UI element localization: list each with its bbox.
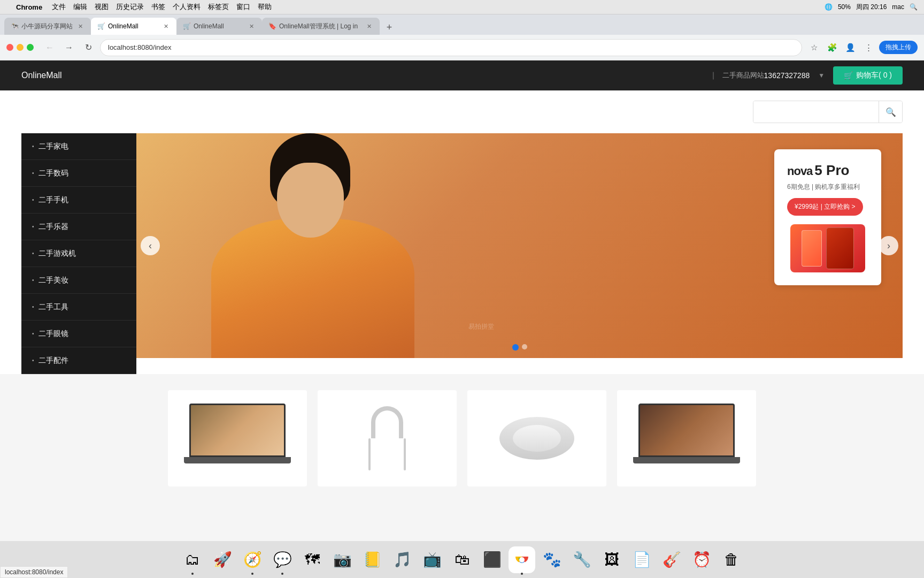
dock-appstore[interactable]: 🛍 — [449, 546, 475, 573]
product-subtitle: 6期免息 | 购机享多重福利 — [787, 182, 868, 192]
status-url: localhost:8080/index — [5, 568, 63, 576]
sidebar-dot-1: • — [32, 143, 34, 149]
tab-2[interactable]: 🛒 OnlineMall ✕ — [91, 18, 176, 35]
dock-trash[interactable]: 🗑 — [718, 546, 745, 573]
menu-view[interactable]: 视图 — [95, 2, 109, 12]
sidebar-item-glasses[interactable]: • 二手眼镜 — [21, 321, 136, 347]
forward-button[interactable]: → — [61, 40, 76, 55]
dock-clock[interactable]: ⏰ — [688, 546, 715, 573]
nova-logo: nova — [787, 164, 812, 178]
dock-finder[interactable]: 🗂 — [179, 546, 206, 573]
menu-edit[interactable]: 编辑 — [73, 2, 87, 12]
sidebar-dot-6: • — [32, 277, 34, 283]
sidebar-item-tools[interactable]: • 二手工具 — [21, 294, 136, 321]
sidebar-label-tools: 二手工具 — [38, 302, 68, 312]
tab-3-close[interactable]: ✕ — [247, 22, 256, 31]
bookmark-icon[interactable]: ☆ — [806, 40, 821, 55]
maximize-window-btn[interactable] — [27, 44, 34, 51]
laptop-base-2 — [633, 457, 740, 463]
address-bar: ← → ↻ localhost:8080/index ☆ 🧩 👤 ⋮ 拖拽上传 — [0, 35, 924, 60]
dock-chrome[interactable] — [509, 546, 535, 573]
refresh-button[interactable]: ↻ — [81, 40, 96, 55]
dock-messages[interactable]: 💬 — [269, 546, 296, 573]
new-tab-button[interactable]: + — [382, 20, 397, 35]
profile-icon[interactable]: 👤 — [843, 40, 858, 55]
menu-bookmarks[interactable]: 书签 — [151, 2, 165, 12]
jacket-shape — [211, 219, 414, 358]
carousel-prev-button[interactable]: ‹ — [141, 236, 160, 255]
sidebar-item-home-appliances[interactable]: • 二手家电 — [21, 133, 136, 160]
buy-button[interactable]: ¥2999起 | 立即抢购 > — [787, 198, 863, 216]
tab-2-close[interactable]: ✕ — [161, 22, 170, 31]
menu-icon[interactable]: ⋮ — [861, 40, 876, 55]
tab-1-close[interactable]: ✕ — [76, 22, 84, 31]
sidebar-dot-4: • — [32, 224, 34, 230]
menu-file[interactable]: 文件 — [52, 2, 66, 12]
menu-profile[interactable]: 个人资料 — [173, 2, 201, 12]
dock-itunes[interactable]: 🎵 — [389, 546, 415, 573]
dock-baidu[interactable]: 🐾 — [538, 546, 565, 573]
dock-preview[interactable]: 🖼 — [598, 546, 625, 573]
tab-1-title: 小牛源码分享网站 — [21, 22, 73, 31]
carousel-dot-2[interactable] — [522, 344, 527, 349]
search-box: 🔍 — [753, 101, 903, 123]
menu-history[interactable]: 历史记录 — [116, 2, 144, 12]
sidebar-item-games[interactable]: • 二手游戏机 — [21, 240, 136, 267]
product-card: nova 5 Pro 6期免息 | 购机享多重福利 ¥2999起 | 立即抢购 … — [774, 149, 881, 285]
search-row: 🔍 — [0, 90, 924, 133]
extensions-icon[interactable]: 🧩 — [825, 40, 840, 55]
sidebar-item-accessories[interactable]: • 二手配件 — [21, 347, 136, 374]
search-icon[interactable]: 🔍 — [910, 3, 918, 11]
dock-safari[interactable]: 🧭 — [239, 546, 266, 573]
address-input[interactable]: localhost:8080/index — [100, 39, 802, 56]
back-button[interactable]: ← — [42, 40, 57, 55]
product-item-2[interactable] — [318, 390, 457, 486]
product-item-3[interactable] — [467, 390, 606, 486]
close-window-btn[interactable] — [6, 44, 13, 51]
sidebar-dot-8: • — [32, 331, 34, 337]
upload-button[interactable]: 拖拽上传 — [879, 41, 918, 54]
sidebar-item-cosmetics[interactable]: • 二手美妆 — [21, 267, 136, 294]
tab-4[interactable]: 🔖 OnlineMall管理系统 | Log in ✕ — [262, 18, 380, 35]
dock-tv[interactable]: 📺 — [419, 546, 445, 573]
sidebar-item-instruments[interactable]: • 二手乐器 — [21, 214, 136, 240]
dock-launchpad[interactable]: 🚀 — [209, 546, 236, 573]
window-controls — [6, 44, 34, 51]
sidebar: • 二手家电 • 二手数码 • 二手手机 • 二手乐器 • 二手游戏机 — [21, 133, 136, 374]
nova-brand: nova 5 Pro — [787, 162, 868, 179]
dock-maps[interactable]: 🗺 — [299, 546, 326, 573]
dropdown-icon[interactable]: ▼ — [818, 72, 825, 79]
search-input[interactable] — [753, 101, 879, 123]
dock-contacts[interactable]: 📒 — [359, 546, 386, 573]
dock-terminal[interactable]: ⬛ — [479, 546, 505, 573]
tab-3-title: OnlineMall — [194, 22, 244, 30]
app-name[interactable]: Chrome — [16, 3, 42, 11]
sidebar-item-digital[interactable]: • 二手数码 — [21, 160, 136, 187]
sidebar-item-phones[interactable]: • 二手手机 — [21, 187, 136, 214]
tab-2-title: OnlineMall — [108, 22, 158, 30]
sidebar-label-cosmetics: 二手美妆 — [38, 276, 68, 285]
tab-bar: 🐄 小牛源码分享网站 ✕ 🛒 OnlineMall ✕ 🛒 OnlineMall… — [0, 14, 924, 35]
tab-3[interactable]: 🛒 OnlineMall ✕ — [176, 18, 262, 35]
product-item-1[interactable] — [168, 390, 307, 486]
menu-help[interactable]: 帮助 — [258, 2, 272, 12]
dock-photos[interactable]: 📷 — [329, 546, 356, 573]
watermark-text: 易拍拼堂 — [468, 322, 494, 331]
phone-front — [802, 230, 822, 267]
search-button[interactable]: 🔍 — [879, 101, 902, 123]
dock-wps[interactable]: 📄 — [628, 546, 655, 573]
product-item-4[interactable] — [617, 390, 756, 486]
dock-music[interactable]: 🎸 — [658, 546, 685, 573]
sidebar-dot-7: • — [32, 304, 34, 310]
tab-4-close[interactable]: ✕ — [365, 22, 373, 31]
phone-number: 13627327288 — [764, 71, 810, 80]
carousel-next-button[interactable]: › — [879, 236, 898, 255]
menu-tabs[interactable]: 标签页 — [208, 2, 229, 12]
menu-window[interactable]: 窗口 — [236, 2, 250, 12]
tab-1[interactable]: 🐄 小牛源码分享网站 ✕ — [4, 18, 91, 35]
minimize-window-btn[interactable] — [17, 44, 24, 51]
carousel-dot-1[interactable] — [512, 344, 519, 351]
dock-ide[interactable]: 🔧 — [568, 546, 595, 573]
macos-dock: 🗂 🚀 🧭 💬 🗺 📷 📒 🎵 📺 🛍 ⬛ 🐾 🔧 🖼 📄 🎸 ⏰ 🗑 — [0, 541, 924, 578]
cart-button[interactable]: 🛒 购物车( 0 ) — [833, 66, 903, 85]
